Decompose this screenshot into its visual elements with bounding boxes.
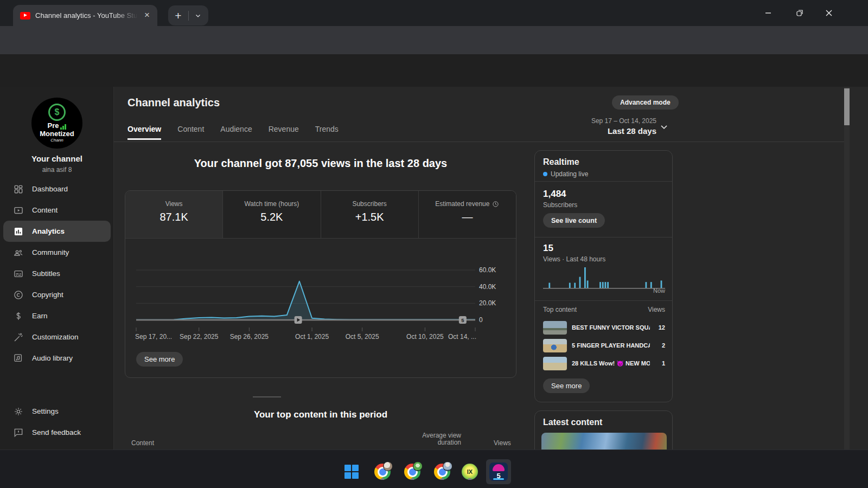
metric-label: Subscribers: [352, 200, 386, 208]
chevron-down-icon[interactable]: [659, 121, 669, 132]
metric-card-estimated-revenue[interactable]: Estimated revenue—: [419, 191, 516, 238]
chrome-profile-2[interactable]: [400, 459, 425, 484]
tab-audience[interactable]: Audience: [220, 125, 252, 140]
sidebar-item-analytics[interactable]: Analytics: [3, 221, 111, 242]
svg-text:Oct 14, ...: Oct 14, ...: [448, 333, 476, 341]
tab-content[interactable]: Content: [177, 125, 204, 140]
see-more-button[interactable]: See more: [136, 352, 183, 367]
live-dot-icon: [543, 172, 547, 176]
studio-header: Studio Create $ Pre Monetized: [0, 54, 868, 87]
chrome-profile-3[interactable]: [430, 459, 455, 484]
tab-overview[interactable]: Overview: [127, 125, 161, 140]
analytics-chart-card: Views87.1KWatch time (hours)5.2KSubscrib…: [125, 190, 516, 378]
windows-logo-icon: [344, 465, 359, 479]
sidebar-item-settings[interactable]: Settings: [3, 401, 111, 422]
new-tab-cluster: +: [168, 5, 208, 25]
chrome-icon: [404, 464, 420, 480]
tab-trends[interactable]: Trends: [315, 125, 339, 140]
sidebar-item-label: Audio library: [32, 354, 73, 362]
earn-icon: [13, 311, 24, 322]
new-tab-button[interactable]: +: [168, 9, 188, 22]
sidebar-item-label: Send feedback: [32, 428, 81, 436]
scrollbar-thumb[interactable]: [844, 88, 850, 125]
app-dome-glyph: [493, 464, 505, 471]
video-views: 1: [662, 360, 665, 367]
analytics-tabs: OverviewContentAudienceRevenueTrends: [127, 125, 339, 140]
growth-bars-icon: [60, 124, 66, 130]
sidebar-item-label: Analytics: [32, 227, 65, 235]
date-range-text: Sep 17 – Oct 14, 2025: [494, 117, 656, 125]
content-icon: [13, 205, 24, 216]
top-content-column: Top content: [543, 306, 577, 313]
settings-icon: [13, 406, 24, 417]
chrome-profile-1[interactable]: [370, 459, 395, 484]
channel-avatar[interactable]: $ Pre Monetized Chann: [31, 98, 82, 149]
latest-video-thumbnail[interactable]: [541, 433, 667, 450]
running-indicator: [441, 478, 444, 480]
divider: [535, 237, 672, 237]
active-window-app[interactable]: 5: [486, 459, 511, 484]
ix-app-icon: IX: [462, 464, 478, 480]
sidebar-item-dashboard[interactable]: Dashboard: [3, 178, 111, 200]
tab-revenue[interactable]: Revenue: [269, 125, 299, 140]
table-header-avg-duration: Average view duration: [410, 432, 461, 446]
metric-value: —: [419, 211, 516, 223]
sidebar-item-label: Copyright: [32, 291, 63, 299]
sidebar-item-community[interactable]: Community: [3, 242, 111, 263]
svg-text:Oct 10, 2025: Oct 10, 2025: [406, 333, 444, 341]
advanced-mode-button[interactable]: Advanced mode: [612, 95, 679, 110]
metric-tabs: Views87.1KWatch time (hours)5.2KSubscrib…: [125, 191, 516, 239]
video-title: 28 KILLS Wow! 😈 NEW MOD...: [572, 360, 650, 367]
window-restore-button[interactable]: [793, 9, 807, 17]
latest-content-card: Latest content: [534, 410, 673, 450]
profile-avatar: [383, 461, 393, 471]
svg-text:60.0K: 60.0K: [479, 266, 496, 274]
window-close-button[interactable]: [822, 9, 836, 17]
sidebar-item-subtitles[interactable]: Subtitles: [3, 263, 111, 284]
table-header-views: Views: [494, 439, 511, 447]
date-preset-text: Last 28 days: [494, 126, 656, 136]
top-content-heading: Your top content in this period: [125, 409, 516, 420]
profile-avatar: [413, 461, 423, 471]
sidebar-item-earn[interactable]: Earn: [3, 305, 111, 326]
sidebar-item-label: Earn: [32, 312, 48, 320]
your-channel-label: Your channel: [0, 154, 114, 163]
sidebar-item-send-feedback[interactable]: Send feedback: [3, 422, 111, 443]
metric-card-watch-time-hours[interactable]: Watch time (hours)5.2K: [223, 191, 321, 238]
views-line-chart[interactable]: 60.0K40.0K20.0K0Sep 17, 20...Sep 22, 202…: [125, 238, 516, 346]
analytics-icon: [13, 226, 24, 237]
window-minimize-button[interactable]: [761, 9, 775, 17]
top-content-row[interactable]: 5 FINGER PLAYER HANDCAM...2: [543, 338, 665, 354]
scrollbar-track[interactable]: [844, 87, 850, 450]
metric-card-views[interactable]: Views87.1K: [125, 191, 223, 238]
running-indicator: [381, 478, 385, 480]
start-button[interactable]: [339, 459, 364, 484]
sidebar-item-label: Customization: [32, 333, 79, 341]
see-live-count-button[interactable]: See live count: [543, 213, 605, 228]
browser-tab[interactable]: Channel analytics - YouTube Stu ×: [13, 5, 157, 26]
top-content-row[interactable]: 28 KILLS Wow! 😈 NEW MOD...1: [543, 356, 665, 371]
audio-icon: [13, 353, 24, 364]
video-views: 12: [659, 324, 665, 331]
sidebar-item-label: Community: [32, 248, 69, 256]
screen: Channel analytics - YouTube Stu × +: [0, 0, 868, 488]
tab-search-chevron-icon[interactable]: [189, 12, 207, 19]
tab-close-icon[interactable]: ×: [142, 11, 152, 21]
top-content-row[interactable]: BEST FUNNY VICTOR SQUA...12: [543, 320, 665, 336]
running-indicator: [411, 478, 414, 480]
realtime-bars-chart: [543, 265, 665, 291]
metric-card-subscribers[interactable]: Subscribers+1.5K: [321, 191, 419, 238]
sidebar-item-customization[interactable]: Customization: [3, 326, 111, 348]
date-range-selector[interactable]: Sep 17 – Oct 14, 2025 Last 28 days: [494, 117, 656, 136]
metric-label: Views: [165, 200, 183, 208]
sidebar-item-audio-library[interactable]: Audio library: [3, 348, 111, 369]
sidebar-footer-nav: SettingsSend feedback: [0, 401, 114, 443]
sidebar-item-copyright[interactable]: Copyright: [3, 284, 111, 305]
ix-app[interactable]: IX: [457, 459, 482, 484]
views-headline: Your channel got 87,055 views in the las…: [125, 157, 516, 170]
dollar-coin-icon: $: [48, 104, 66, 121]
page-title: Channel analytics: [127, 97, 220, 109]
sidebar-item-content[interactable]: Content: [3, 200, 111, 221]
dashboard-icon: [13, 184, 24, 195]
realtime-see-more-button[interactable]: See more: [543, 378, 590, 393]
